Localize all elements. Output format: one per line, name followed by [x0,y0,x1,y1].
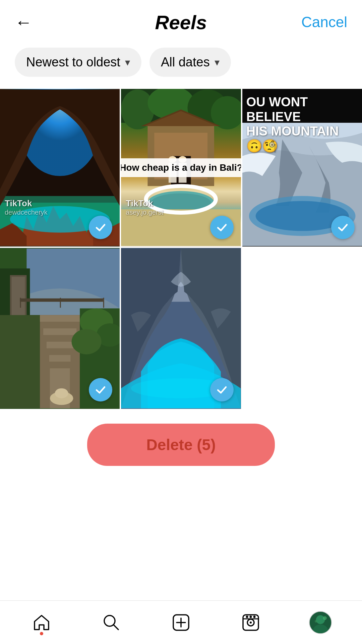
date-filter-button[interactable]: All dates ▾ [149,48,231,77]
svg-rect-34 [43,328,76,335]
svg-rect-36 [47,342,73,348]
svg-rect-50 [103,298,104,308]
svg-point-42 [55,388,68,398]
home-icon [32,613,51,632]
sort-filter-button[interactable]: Newest to oldest ▾ [15,48,141,77]
svg-point-68 [323,616,327,620]
list-item[interactable] [121,248,241,409]
delete-button[interactable]: Delete (5) [87,424,275,466]
svg-rect-38 [49,355,71,362]
list-item[interactable]: How cheap is a day in Bali? TikTok asey.… [121,89,241,247]
sort-filter-label: Newest to oldest [26,55,120,69]
svg-rect-49 [60,298,61,308]
page-title: Reels [155,11,207,34]
svg-point-64 [253,615,256,618]
add-icon [171,613,191,632]
home-notification-dot [40,632,43,635]
date-chevron-icon: ▾ [215,56,220,68]
svg-rect-37 [48,348,71,355]
svg-point-60 [250,622,252,624]
svg-rect-48 [20,298,21,308]
search-icon [102,613,121,632]
mountain-overlay-text: OU WONT BELIEVE HIS MOUNTAIN 🙃🧐 [242,95,362,154]
selection-badge [89,216,112,239]
nav-profile[interactable] [299,609,342,636]
svg-point-46 [71,329,101,354]
nav-reels[interactable] [229,609,273,636]
svg-point-69 [315,620,317,623]
filter-row: Newest to oldest ▾ All dates ▾ [0,41,362,89]
sort-chevron-icon: ▾ [125,56,130,68]
svg-rect-47 [20,299,103,302]
list-item[interactable]: OU WONT BELIEVE HIS MOUNTAIN 🙃🧐 [242,89,362,247]
svg-point-62 [246,615,248,618]
date-filter-label: All dates [161,55,210,69]
svg-rect-35 [45,335,75,342]
svg-rect-33 [42,322,78,328]
header: ← Reels Cancel [0,0,362,41]
selection-badge [331,216,355,239]
svg-point-66 [316,615,325,624]
nav-add[interactable] [159,609,203,636]
watermark: TikTok asey.jo.gerst [126,198,163,216]
delete-button-container: Delete (5) [0,410,362,476]
reels-icon [241,613,260,632]
nav-search[interactable] [89,609,133,636]
cancel-button[interactable]: Cancel [301,14,347,31]
list-item[interactable] [0,248,120,409]
reels-grid: TikTok dewdcecheryk [0,89,362,410]
svg-rect-39 [50,362,70,368]
svg-line-54 [114,625,118,630]
svg-point-63 [250,615,252,618]
profile-avatar [309,611,332,634]
selection-badge [89,378,112,401]
back-button[interactable]: ← [15,13,32,31]
list-item[interactable]: TikTok dewdcecheryk [0,89,120,247]
selection-badge [210,216,234,239]
watermark: TikTok dewdcecheryk [5,198,48,216]
nav-home[interactable] [20,609,63,636]
bottom-navigation [0,600,362,644]
bali-overlay-text: How cheap is a day in Bali? [121,158,241,177]
selection-badge [210,378,234,401]
svg-rect-32 [40,315,80,322]
